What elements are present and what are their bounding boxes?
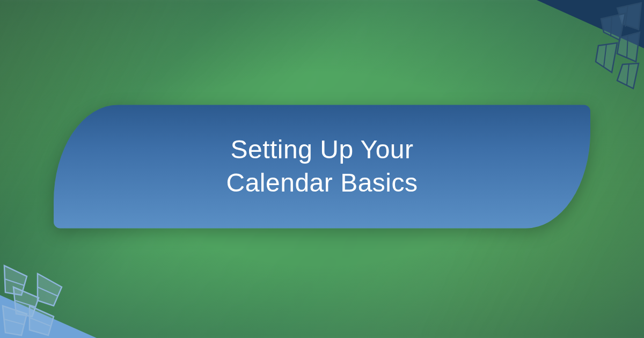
page-title: Setting Up Your Calendar Basics [226,133,418,200]
title-banner: Setting Up Your Calendar Basics [54,105,590,228]
title-line-1: Setting Up Your [230,135,413,164]
title-line-2: Calendar Basics [226,168,418,197]
